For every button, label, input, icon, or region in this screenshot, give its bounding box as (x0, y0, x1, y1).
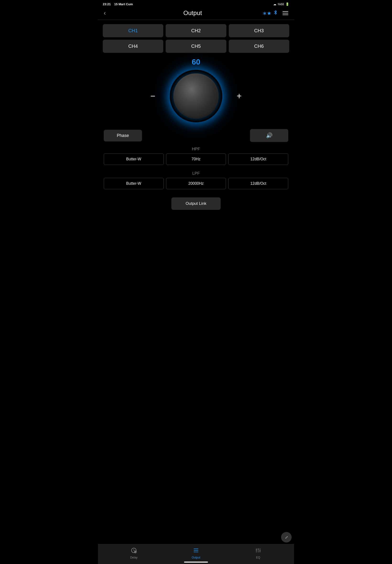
channel-grid: CH1 CH2 CH3 CH4 CH5 CH6 (98, 20, 294, 55)
knob-minus-button[interactable]: − (148, 89, 158, 103)
status-bar: 23:21 15 Mart Cum ☁ %68 🔋 (98, 0, 294, 7)
header-right: ∗★ (263, 10, 288, 16)
header-left: ‹ (104, 9, 123, 17)
lpf-label: LPF (104, 171, 288, 176)
knob-outer[interactable] (170, 70, 222, 122)
knob-value: 60 (192, 58, 200, 67)
speaker-icon: 🔊 (266, 132, 272, 138)
menu-line-2 (282, 13, 288, 14)
lpf-filter-row: Butter-W 20000Hz 12dB/Oct (104, 178, 288, 189)
status-time-date: 23:21 15 Mart Cum (103, 2, 133, 6)
controls-row: Phase 🔊 (98, 126, 294, 145)
lpf-section: LPF Butter-W 20000Hz 12dB/Oct (98, 169, 294, 193)
knob-inner (173, 73, 219, 119)
wifi-icon: ☁ (273, 2, 276, 6)
phase-button[interactable]: Phase (104, 130, 142, 141)
hpf-filter-type-button[interactable]: Butter-W (104, 153, 164, 165)
output-link-row: Output Link (98, 193, 294, 212)
status-right: ☁ %68 🔋 (273, 2, 289, 6)
channel-4-button[interactable]: CH4 (103, 40, 163, 53)
lpf-filter-type-button[interactable]: Butter-W (104, 178, 164, 189)
knob-section: 60 − + (98, 55, 294, 126)
hpf-frequency-button[interactable]: 70Hz (166, 153, 226, 165)
speaker-button[interactable]: 🔊 (250, 129, 288, 142)
lpf-slope-button[interactable]: 12dB/Oct (228, 178, 288, 189)
menu-button[interactable] (282, 11, 288, 15)
knob-row: − + (103, 70, 289, 122)
back-button[interactable]: ‹ (104, 9, 106, 17)
battery-level: %68 (278, 2, 284, 6)
bluetooth-icon[interactable]: ∗★ (263, 10, 278, 16)
menu-line-1 (282, 11, 288, 12)
output-link-button[interactable]: Output Link (171, 197, 221, 210)
hpf-slope-button[interactable]: 12dB/Oct (228, 153, 288, 165)
lpf-frequency-button[interactable]: 20000Hz (166, 178, 226, 189)
channel-2-button[interactable]: CH2 (166, 24, 226, 37)
hpf-filter-row: Butter-W 70Hz 12dB/Oct (104, 153, 288, 165)
hpf-section: HPF Butter-W 70Hz 12dB/Oct (98, 145, 294, 169)
menu-line-3 (282, 14, 288, 15)
page-title: Output (123, 9, 263, 17)
channel-5-button[interactable]: CH5 (166, 40, 226, 53)
channel-1-button[interactable]: CH1 (103, 24, 163, 37)
knob-plus-button[interactable]: + (234, 89, 244, 103)
channel-3-button[interactable]: CH3 (229, 24, 289, 37)
channel-6-button[interactable]: CH6 (229, 40, 289, 53)
battery-icon: 🔋 (285, 2, 289, 6)
hpf-label: HPF (104, 147, 288, 151)
header: ‹ Output ∗★ (98, 7, 294, 20)
